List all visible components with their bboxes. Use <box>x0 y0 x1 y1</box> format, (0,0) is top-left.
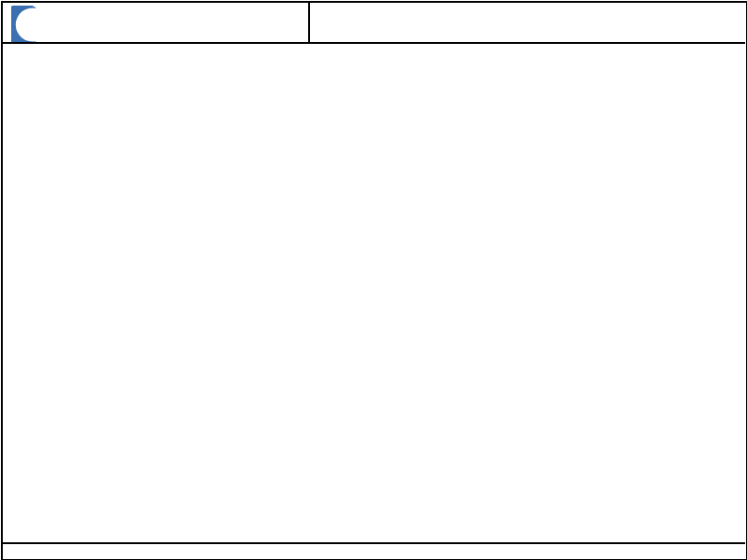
doppler-colorbar <box>554 317 566 543</box>
header-separator <box>2 42 745 44</box>
showskymap-window <box>0 0 747 560</box>
footer-separator <box>2 542 745 544</box>
header-divider-vertical <box>308 2 310 43</box>
skymap-plot <box>0 0 747 560</box>
